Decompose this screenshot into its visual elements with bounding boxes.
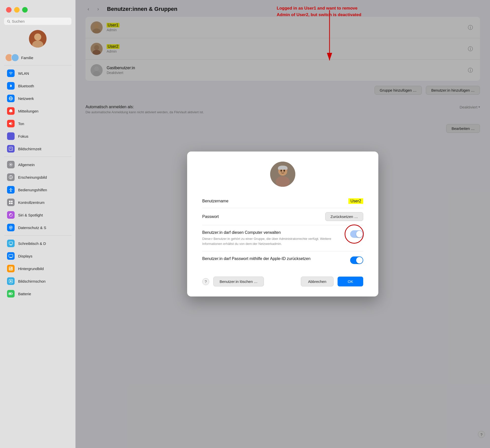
svg-point-2 bbox=[34, 33, 41, 41]
sidebar-item-bildschirmschoner[interactable]: Bildschirmschon bbox=[2, 275, 73, 287]
svg-line-1 bbox=[9, 22, 10, 23]
modal-help-button[interactable]: ? bbox=[202, 278, 209, 285]
sidebar-item-label-batterie: Batterie bbox=[18, 292, 31, 296]
modal-footer: ? Benutzer:in löschen … Abbrechen OK bbox=[202, 269, 363, 286]
svg-rect-27 bbox=[9, 293, 11, 294]
admin-toggle-title: Benutzer:in darf diesen Computer verwalt… bbox=[202, 230, 343, 235]
svg-rect-14 bbox=[9, 203, 11, 204]
ok-button[interactable]: OK bbox=[338, 277, 363, 286]
delete-user-button[interactable]: Benutzer:in löschen … bbox=[213, 277, 264, 286]
sidebar-item-siri[interactable]: Siri & Spotlight bbox=[2, 209, 73, 221]
sidebar-item-fokus[interactable]: Fokus bbox=[2, 130, 73, 142]
netzwerk-icon bbox=[7, 95, 15, 102]
maximize-button[interactable] bbox=[22, 7, 28, 13]
sidebar-item-label-bildschirmschoner: Bildschirmschon bbox=[18, 279, 46, 283]
bluetooth-icon bbox=[7, 82, 15, 90]
svg-rect-15 bbox=[11, 203, 13, 204]
sidebar-item-mitteilungen[interactable]: Mitteilungen bbox=[2, 105, 73, 117]
family-label: Familie bbox=[21, 56, 33, 60]
minimize-button[interactable] bbox=[14, 7, 20, 13]
user-detail-modal: Benutzername User2 Passwort Zurücksetzen… bbox=[187, 152, 378, 296]
search-box[interactable] bbox=[4, 18, 71, 25]
modal-footer-right: Abbrechen OK bbox=[301, 277, 363, 286]
sidebar-divider-2 bbox=[4, 157, 71, 157]
modal-overlay: Benutzername User2 Passwort Zurücksetzen… bbox=[75, 0, 490, 448]
svg-point-3 bbox=[32, 41, 43, 48]
mitteilungen-icon bbox=[7, 107, 15, 115]
svg-rect-12 bbox=[9, 201, 11, 202]
close-button[interactable] bbox=[6, 7, 12, 13]
sidebar-item-wlan[interactable]: WLAN bbox=[2, 67, 73, 79]
sidebar-item-netzwerk[interactable]: Netzwerk bbox=[2, 92, 73, 104]
svg-point-25 bbox=[10, 280, 12, 282]
family-avatars bbox=[5, 54, 19, 62]
kontrollzentrum-icon bbox=[7, 199, 15, 206]
password-reset-toggle-switch[interactable] bbox=[350, 256, 363, 264]
sidebar-divider-3 bbox=[4, 235, 71, 236]
sidebar-item-label-datenschutz: Datenschutz & S bbox=[18, 226, 46, 230]
sidebar-item-label-bedienungshilfen: Bedienungshilfen bbox=[18, 188, 47, 192]
admin-toggle-desc: Diese:r Benutzer:in gehört zu einer Grup… bbox=[202, 236, 343, 246]
cancel-button[interactable]: Abbrechen bbox=[301, 277, 334, 286]
sidebar-item-label-mitteilungen: Mitteilungen bbox=[18, 109, 38, 113]
password-reset-button[interactable]: Zurücksetzen … bbox=[325, 212, 363, 221]
sidebar-item-kontrollzentrum[interactable]: Kontrollzentrum bbox=[2, 196, 73, 208]
svg-rect-22 bbox=[9, 267, 13, 270]
sidebar-item-label-kontrollzentrum: Kontrollzentrum bbox=[18, 200, 45, 205]
sidebar-item-label-netzwerk: Netzwerk bbox=[18, 96, 34, 101]
svg-rect-20 bbox=[9, 254, 13, 257]
password-label: Passwort bbox=[202, 214, 253, 219]
hintergrundbild-icon bbox=[7, 265, 15, 272]
datenschutz-icon bbox=[7, 224, 15, 231]
svg-rect-17 bbox=[9, 242, 13, 244]
password-reset-toggle-knob bbox=[356, 257, 363, 264]
sidebar-item-label-displays: Displays bbox=[18, 254, 32, 258]
sidebar-item-batterie[interactable]: Batterie bbox=[2, 288, 73, 300]
sidebar-item-label-wlan: WLAN bbox=[18, 71, 29, 76]
svg-point-11 bbox=[10, 188, 11, 189]
admin-toggle-header: Benutzer:in darf diesen Computer verwalt… bbox=[202, 230, 363, 246]
username-field-row: Benutzername User2 bbox=[202, 194, 363, 208]
batterie-icon bbox=[7, 290, 15, 297]
sidebar-item-schreibtisch[interactable]: Schreibtisch & D bbox=[2, 237, 73, 249]
username-label: Benutzername bbox=[202, 199, 253, 203]
fokus-icon bbox=[7, 132, 15, 140]
sidebar: Familie WLAN Bluetooth bbox=[0, 0, 75, 448]
svg-point-40 bbox=[280, 170, 282, 172]
search-icon bbox=[7, 20, 10, 23]
username-value: User2 bbox=[253, 198, 363, 204]
bildschirmschoner-icon bbox=[7, 277, 15, 285]
sidebar-item-label-schreibtisch: Schreibtisch & D bbox=[18, 241, 46, 246]
sidebar-user-avatar[interactable] bbox=[29, 30, 47, 48]
sidebar-item-label-bildschirmzeit: Bildschirmzeit bbox=[18, 147, 42, 151]
ton-icon bbox=[7, 120, 15, 127]
svg-point-23 bbox=[11, 267, 12, 268]
sidebar-item-label-siri: Siri & Spotlight bbox=[18, 213, 43, 217]
sidebar-item-bedienungshilfen[interactable]: Bedienungshilfen bbox=[2, 184, 73, 196]
sidebar-item-displays[interactable]: Displays bbox=[2, 250, 73, 262]
sidebar-item-label-hintergrundbild: Hintergrundbild bbox=[18, 267, 44, 271]
svg-point-39 bbox=[276, 176, 290, 187]
sidebar-item-label-bluetooth: Bluetooth bbox=[18, 84, 34, 88]
allgemein-icon bbox=[7, 161, 15, 168]
schreibtisch-icon bbox=[7, 240, 15, 247]
sidebar-item-datenschutz[interactable]: Datenschutz & S bbox=[2, 221, 73, 234]
modal-user-avatar bbox=[270, 162, 295, 187]
main-content: ‹ › Benutzer:innen & Gruppen User1 Admin… bbox=[75, 0, 490, 448]
sidebar-item-bluetooth[interactable]: Bluetooth bbox=[2, 80, 73, 92]
sidebar-item-bildschirmzeit[interactable]: Bildschirmzeit bbox=[2, 143, 73, 155]
sidebar-item-allgemein[interactable]: Allgemein bbox=[2, 159, 73, 171]
password-field-row: Passwort Zurücksetzen … bbox=[202, 208, 363, 225]
admin-toggle-row: Benutzer:in darf diesen Computer verwalt… bbox=[202, 225, 363, 251]
bedienungshilfen-icon bbox=[7, 186, 15, 194]
password-reset-toggle-title: Benutzer:in darf Passwort mithilfe der A… bbox=[202, 256, 310, 261]
svg-point-9 bbox=[10, 164, 12, 165]
search-input[interactable] bbox=[12, 19, 68, 23]
modal-footer-left: ? Benutzer:in löschen … bbox=[202, 277, 264, 286]
sidebar-item-ton[interactable]: Ton bbox=[2, 118, 73, 130]
svg-marker-7 bbox=[9, 122, 11, 125]
sidebar-item-family[interactable]: Familie bbox=[0, 52, 75, 64]
wlan-icon bbox=[7, 69, 15, 77]
sidebar-item-hintergrundbild[interactable]: Hintergrundbild bbox=[2, 263, 73, 275]
sidebar-item-erscheinungsbild[interactable]: Erscheinungsbild bbox=[2, 171, 73, 183]
